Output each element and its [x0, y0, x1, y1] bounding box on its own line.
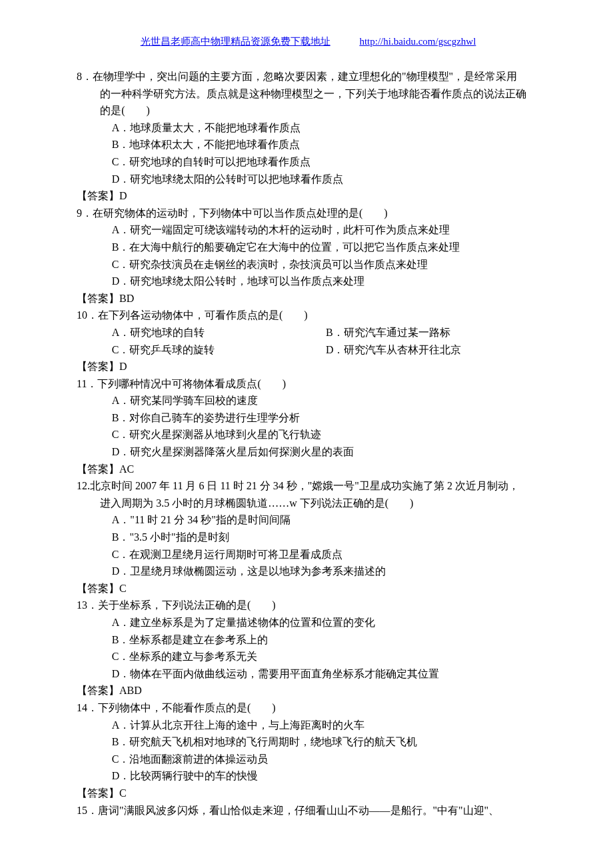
- question-9: 9．在研究物体的运动时，下列物体中可以当作质点处理的是( ) A．研究一端固定可…: [77, 205, 540, 307]
- q13-stem: 13．关于坐标系，下列说法正确的是( ): [77, 597, 540, 614]
- q9-option-a: A．研究一端固定可绕该端转动的木杆的运动时，此杆可作为质点来处理: [77, 221, 540, 239]
- q8-stem-l3: 的是( ): [77, 102, 540, 119]
- q10-option-d: D．研究汽车从杏林开往北京: [326, 341, 540, 359]
- q14-option-a: A．计算从北京开往上海的途中，与上海距离时的火车: [77, 717, 540, 734]
- q12-option-a: A．"11 时 21 分 34 秒"指的是时间间隔: [77, 511, 540, 529]
- q10-option-a: A．研究地球的自转: [112, 324, 326, 341]
- document-page: 光世昌老师高中物理精品资源免费下载地址 http://hi.baidu.com/…: [0, 0, 613, 868]
- q10-option-row-1: A．研究地球的自转 B．研究汽车通过某一路标: [77, 324, 540, 341]
- q11-option-b: B．对你自己骑车的姿势进行生理学分析: [77, 409, 540, 427]
- q13-option-a: A．建立坐标系是为了定量描述物体的位置和位置的变化: [77, 614, 540, 631]
- q13-option-d: D．物体在平面内做曲线运动，需要用平面直角坐标系才能确定其位置: [77, 665, 540, 683]
- q14-stem: 14．下列物体中，不能看作质点的是( ): [77, 699, 540, 717]
- q12-stem-l2: 进入周期为 3.5 小时的月球椭圆轨道……w 下列说法正确的是( ): [77, 495, 540, 512]
- q11-stem: 11．下列哪种情况中可将物体看成质点( ): [77, 375, 540, 393]
- q9-option-d: D．研究地球绕太阳公转时，地球可以当作质点来处理: [77, 273, 540, 290]
- q15-stem: 15．唐词"满眼风波多闪烁，看山恰似走来迎，仔细看山山不动——是船行。"中有"山…: [77, 802, 540, 819]
- q11-option-c: C．研究火星探测器从地球到火星的飞行轨迹: [77, 426, 540, 443]
- q14-option-b: B．研究航天飞机相对地球的飞行周期时，绕地球飞行的航天飞机: [77, 733, 540, 751]
- q10-option-row-2: C．研究乒乓球的旋转 D．研究汽车从杏林开往北京: [77, 341, 540, 359]
- q11-answer: 【答案】AC: [77, 461, 540, 478]
- q12-option-b: B．"3.5 小时"指的是时刻: [77, 529, 540, 546]
- q8-option-b: B．地球体积太大，不能把地球看作质点: [77, 136, 540, 153]
- question-10: 10．在下列各运动物体中，可看作质点的是( ) A．研究地球的自转 B．研究汽车…: [77, 307, 540, 375]
- q10-answer: 【答案】D: [77, 358, 540, 375]
- q11-option-a: A．研究某同学骑车回校的速度: [77, 392, 540, 409]
- question-12: 12.北京时间 2007 年 11 月 6 日 11 时 21 分 34 秒，"…: [77, 477, 540, 597]
- q9-stem: 9．在研究物体的运动时，下列物体中可以当作质点处理的是( ): [77, 205, 540, 222]
- q14-option-d: D．比较两辆行驶中的车的快慢: [77, 767, 540, 785]
- q13-answer: 【答案】ABD: [77, 682, 540, 699]
- q14-option-c: C．沿地面翻滚前进的体操运动员: [77, 751, 540, 768]
- question-13: 13．关于坐标系，下列说法正确的是( ) A．建立坐标系是为了定量描述物体的位置…: [77, 597, 540, 699]
- page-header: 光世昌老师高中物理精品资源免费下载地址 http://hi.baidu.com/…: [77, 33, 540, 49]
- q8-answer: 【答案】D: [77, 187, 540, 205]
- q8-stem-l1: 8．在物理学中，突出问题的主要方面，忽略次要因素，建立理想化的"物理模型"，是经…: [77, 68, 540, 85]
- q13-option-b: B．坐标系都是建立在参考系上的: [77, 631, 540, 649]
- question-8: 8．在物理学中，突出问题的主要方面，忽略次要因素，建立理想化的"物理模型"，是经…: [77, 68, 540, 205]
- q12-option-c: C．在观测卫星绕月运行周期时可将卫星看成质点: [77, 546, 540, 563]
- q9-option-c: C．研究杂技演员在走钢丝的表演时，杂技演员可以当作质点来处理: [77, 256, 540, 273]
- question-14: 14．下列物体中，不能看作质点的是( ) A．计算从北京开往上海的途中，与上海距…: [77, 699, 540, 802]
- q9-answer: 【答案】BD: [77, 290, 540, 307]
- question-11: 11．下列哪种情况中可将物体看成质点( ) A．研究某同学骑车回校的速度 B．对…: [77, 375, 540, 478]
- q12-answer: 【答案】C: [77, 580, 540, 597]
- q8-option-a: A．地球质量太大，不能把地球看作质点: [77, 119, 540, 137]
- q12-stem-l1: 12.北京时间 2007 年 11 月 6 日 11 时 21 分 34 秒，"…: [77, 477, 540, 495]
- q9-option-b: B．在大海中航行的船要确定它在大海中的位置，可以把它当作质点来处理: [77, 239, 540, 256]
- q14-answer: 【答案】C: [77, 785, 540, 802]
- q13-option-c: C．坐标系的建立与参考系无关: [77, 648, 540, 665]
- q12-option-d: D．卫星绕月球做椭圆运动，这是以地球为参考系来描述的: [77, 563, 540, 580]
- header-url-link[interactable]: http://hi.baidu.com/gscgzhwl: [359, 36, 476, 47]
- header-title-link[interactable]: 光世昌老师高中物理精品资源免费下载地址: [141, 36, 330, 47]
- question-15: 15．唐词"满眼风波多闪烁，看山恰似走来迎，仔细看山山不动——是船行。"中有"山…: [77, 802, 540, 819]
- q10-option-c: C．研究乒乓球的旋转: [112, 341, 326, 359]
- q10-option-b: B．研究汽车通过某一路标: [326, 324, 540, 341]
- q8-stem-l2: 的一种科学研究方法。质点就是这种物理模型之一，下列关于地球能否看作质点的说法正确: [77, 85, 540, 103]
- q10-stem: 10．在下列各运动物体中，可看作质点的是( ): [77, 307, 540, 324]
- q8-option-d: D．研究地球绕太阳的公转时可以把地球看作质点: [77, 171, 540, 188]
- q11-option-d: D．研究火星探测器降落火星后如何探测火星的表面: [77, 443, 540, 461]
- q8-option-c: C．研究地球的自转时可以把地球看作质点: [77, 153, 540, 171]
